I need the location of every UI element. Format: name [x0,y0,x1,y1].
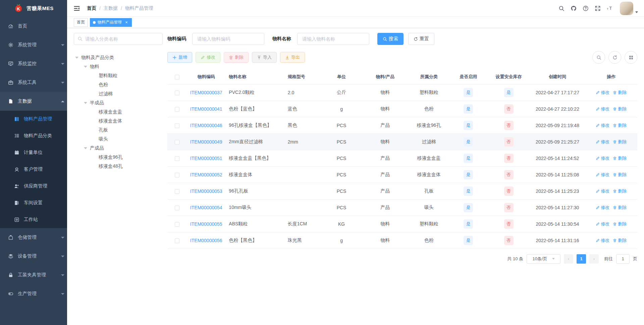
tree-node[interactable]: 物料 [74,62,163,71]
material-code-input[interactable] [192,33,264,45]
tree-node[interactable]: 塑料颗粒 [74,71,163,80]
font-size-icon[interactable]: TT [604,3,615,14]
row-checkbox[interactable] [175,107,179,112]
material-code-link[interactable]: ITEM00000051 [190,156,222,161]
sidebar-item-system-monitor[interactable]: 系统监控 [0,54,67,73]
tree-node[interactable]: 半成品 [74,98,163,107]
row-delete-button[interactable]: 删除 [613,155,627,161]
row-edit-button[interactable]: 修改 [596,106,609,112]
tree-node[interactable]: 移液盒盒体 [74,116,163,125]
tree-node[interactable]: 色粉 [74,80,163,89]
row-edit-button[interactable]: 修改 [596,122,609,128]
tree-node[interactable]: 移液盒96孔 [74,153,163,162]
import-button[interactable]: 导入 [252,52,277,63]
sidebar-subitem-measure-unit[interactable]: 计量单位 [0,144,67,161]
tree-node[interactable]: 吸头 [74,134,163,144]
sidebar-subitem-material-product-category[interactable]: 物料产品分类 [0,127,67,144]
goto-page-input[interactable] [616,254,630,264]
tree-node[interactable]: 过滤棉 [74,89,163,98]
sidebar-item-master-data[interactable]: 主数据 [0,92,67,111]
avatar[interactable] [620,2,633,15]
toggle-search-icon[interactable] [592,51,605,64]
row-delete-button[interactable]: 删除 [613,90,627,96]
caret-down-icon[interactable] [75,57,78,59]
row-delete-button[interactable]: 删除 [613,106,627,112]
row-delete-button[interactable]: 删除 [613,139,627,145]
app-logo[interactable]: K 苦糖果MES [0,0,67,17]
row-edit-button[interactable]: 修改 [596,237,609,243]
github-icon[interactable] [568,3,579,14]
tree-node[interactable]: 产成品 [74,144,163,153]
sidebar-item-system-tools[interactable]: 系统工具 [0,73,67,92]
next-page-button[interactable]: › [589,254,599,264]
sidebar-subitem-customer-management[interactable]: 客户管理 [0,161,67,178]
sidebar-subitem-supplier-management[interactable]: 供应商管理 [0,178,67,195]
row-edit-button[interactable]: 修改 [596,172,609,178]
sidebar-subitem-workshop-settings[interactable]: 车间设置 [0,195,67,211]
material-code-link[interactable]: ITEM00000037 [190,90,222,95]
sidebar-item-warehouse-management[interactable]: 仓储管理 [0,228,67,247]
sidebar-item-system-management[interactable]: 系统管理 [0,36,67,54]
row-edit-button[interactable]: 修改 [596,139,609,145]
row-checkbox[interactable] [175,206,179,210]
close-icon[interactable]: × [124,20,129,25]
category-search-input[interactable] [74,33,163,45]
row-checkbox[interactable] [175,123,179,128]
add-button[interactable]: 新增 [167,52,192,63]
tab-home[interactable]: 首页 [74,18,88,27]
row-delete-button[interactable]: 删除 [613,205,627,211]
caret-down-icon[interactable] [84,147,87,149]
fullscreen-icon[interactable] [592,3,603,14]
row-checkbox[interactable] [175,238,179,243]
row-delete-button[interactable]: 删除 [613,122,627,128]
row-checkbox[interactable] [175,222,179,227]
column-settings-icon[interactable] [625,51,637,64]
page-size-select[interactable]: 10条/页 [527,254,560,264]
edit-button[interactable]: 修改 [196,52,220,63]
row-edit-button[interactable]: 修改 [596,90,609,96]
caret-down-icon[interactable] [84,66,87,68]
breadcrumb-item[interactable]: 首页 [87,5,96,11]
row-checkbox[interactable] [175,140,179,145]
material-code-link[interactable]: ITEM00000049 [190,139,222,145]
user-menu[interactable] [620,2,638,15]
material-code-link[interactable]: ITEM00000056 [190,238,222,243]
row-checkbox[interactable] [175,189,179,194]
tree-node[interactable]: 移液盒48孔 [74,162,163,171]
tree-node[interactable]: 物料及产品分类 [74,53,163,62]
material-code-link[interactable]: ITEM00000054 [190,205,222,210]
sidebar-item-home[interactable]: 首页 [0,17,67,36]
material-code-link[interactable]: ITEM00000053 [190,188,222,194]
hamburger-icon[interactable] [72,4,82,13]
page-number-button[interactable]: 1 [577,254,586,264]
row-delete-button[interactable]: 删除 [613,172,627,178]
delete-button[interactable]: 删除 [224,52,249,63]
tree-node[interactable]: 孔板 [74,125,163,134]
sidebar-item-production-management[interactable]: 生产管理 [0,284,67,303]
row-edit-button[interactable]: 修改 [596,205,609,211]
caret-down-icon[interactable] [84,102,87,104]
row-checkbox[interactable] [175,91,179,95]
row-delete-button[interactable]: 删除 [613,188,627,194]
row-delete-button[interactable]: 删除 [613,237,627,243]
material-name-input[interactable] [297,33,369,45]
sidebar-item-equipment-management[interactable]: 设备管理 [0,247,67,266]
search-icon[interactable] [556,3,567,14]
row-edit-button[interactable]: 修改 [596,188,609,194]
sidebar-subitem-workstation[interactable]: 工作站 [0,211,67,228]
sidebar-item-tooling-management[interactable]: 工装夹具管理 [0,266,67,284]
row-edit-button[interactable]: 修改 [596,155,609,161]
row-checkbox[interactable] [175,173,179,177]
row-checkbox[interactable] [175,156,179,161]
material-code-link[interactable]: ITEM00000046 [190,123,222,128]
select-all-checkbox[interactable] [175,75,179,79]
prev-page-button[interactable]: ‹ [564,254,573,264]
sidebar-subitem-material-product-management[interactable]: 物料产品管理 [0,111,67,127]
search-button[interactable]: 搜索 [377,33,404,45]
reset-button[interactable]: 重置 [408,33,434,45]
help-icon[interactable] [580,3,591,14]
tree-node[interactable]: 移液盒盒盖 [74,107,163,116]
export-button[interactable]: 导出 [280,52,305,63]
refresh-icon[interactable] [608,51,621,64]
material-code-link[interactable]: ITEM00000055 [190,221,222,227]
